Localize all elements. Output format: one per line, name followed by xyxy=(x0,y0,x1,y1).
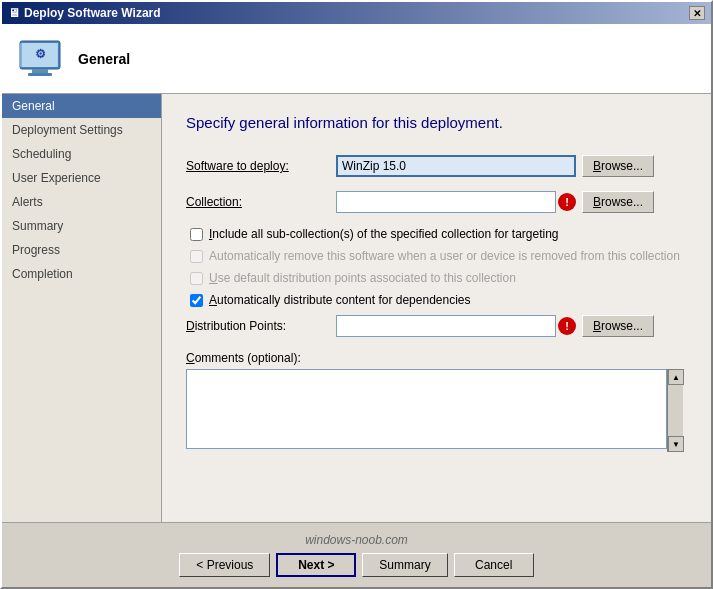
collection-input-group: ! Browse... xyxy=(336,191,654,213)
summary-button[interactable]: Summary xyxy=(362,553,447,577)
sidebar-item-progress[interactable]: Progress xyxy=(2,238,161,262)
footer-area: windows-noob.com < Previous Next > Summa… xyxy=(2,522,711,587)
title-bar-icon: 🖥 xyxy=(8,6,20,20)
header-title: General xyxy=(78,51,130,67)
scroll-down-arrow[interactable]: ▼ xyxy=(668,436,684,452)
header-computer-icon: ⚙ xyxy=(16,35,64,83)
collection-browse-button[interactable]: Browse... xyxy=(582,191,654,213)
previous-button[interactable]: < Previous xyxy=(179,553,270,577)
content-area: General Deployment Settings Scheduling U… xyxy=(2,94,711,522)
software-browse-button[interactable]: Browse... xyxy=(582,155,654,177)
checkbox-row-4: Automatically distribute content for dep… xyxy=(190,293,687,307)
use-default-dist-points-checkbox[interactable] xyxy=(190,272,203,285)
dist-points-label: Distribution Points: xyxy=(186,319,336,333)
sidebar-item-completion[interactable]: Completion xyxy=(2,262,161,286)
auto-remove-checkbox[interactable] xyxy=(190,250,203,263)
sidebar-item-alerts[interactable]: Alerts xyxy=(2,190,161,214)
dist-points-browse-button[interactable]: Browse... xyxy=(582,315,654,337)
title-bar: 🖥 Deploy Software Wizard ✕ xyxy=(2,2,711,24)
comments-wrapper: ▲ ▼ xyxy=(186,369,683,452)
checkbox-row-1: Include all sub-collection(s) of the spe… xyxy=(190,227,687,241)
main-content: Specify general information for this dep… xyxy=(162,94,711,522)
cancel-button[interactable]: Cancel xyxy=(454,553,534,577)
auto-distribute-checkbox[interactable] xyxy=(190,294,203,307)
comments-scrollbar[interactable]: ▲ ▼ xyxy=(667,369,683,452)
auto-distribute-label: Automatically distribute content for dep… xyxy=(209,293,471,307)
include-subcollections-checkbox[interactable] xyxy=(190,228,203,241)
dist-points-row: Distribution Points: ! Browse... xyxy=(186,315,687,337)
comments-section: Comments (optional): ▲ ▼ xyxy=(186,351,687,452)
sidebar: General Deployment Settings Scheduling U… xyxy=(2,94,162,522)
sidebar-item-deployment-settings[interactable]: Deployment Settings xyxy=(2,118,161,142)
checkbox-row-3: Use default distribution points associat… xyxy=(190,271,687,285)
comments-textarea[interactable] xyxy=(186,369,667,449)
svg-rect-3 xyxy=(32,69,48,73)
dist-points-input-group: ! Browse... xyxy=(336,315,654,337)
comments-label: Comments (optional): xyxy=(186,351,687,365)
auto-remove-label: Automatically remove this software when … xyxy=(209,249,680,263)
sidebar-item-summary[interactable]: Summary xyxy=(2,214,161,238)
collection-label: Collection: xyxy=(186,195,336,209)
close-button[interactable]: ✕ xyxy=(689,6,705,20)
use-default-dist-points-label: Use default distribution points associat… xyxy=(209,271,516,285)
checkbox-row-2: Automatically remove this software when … xyxy=(190,249,687,263)
main-title: Specify general information for this dep… xyxy=(186,114,687,131)
software-input[interactable] xyxy=(336,155,576,177)
dist-points-error-icon: ! xyxy=(558,317,576,335)
svg-rect-4 xyxy=(28,73,52,76)
sidebar-item-user-experience[interactable]: User Experience xyxy=(2,166,161,190)
software-row: Software to deploy: Browse... xyxy=(186,155,687,177)
software-label: Software to deploy: xyxy=(186,159,336,173)
title-bar-left: 🖥 Deploy Software Wizard xyxy=(8,6,161,20)
header-area: ⚙ General xyxy=(2,24,711,94)
sidebar-item-scheduling[interactable]: Scheduling xyxy=(2,142,161,166)
collection-error-icon: ! xyxy=(558,193,576,211)
scroll-up-arrow[interactable]: ▲ xyxy=(668,369,684,385)
next-button[interactable]: Next > xyxy=(276,553,356,577)
wizard-window: 🖥 Deploy Software Wizard ✕ ⚙ General Gen… xyxy=(0,0,713,589)
collection-input[interactable] xyxy=(336,191,556,213)
include-subcollections-label: Include all sub-collection(s) of the spe… xyxy=(209,227,559,241)
dist-points-input[interactable] xyxy=(336,315,556,337)
software-input-group: Browse... xyxy=(336,155,654,177)
title-bar-text: Deploy Software Wizard xyxy=(24,6,161,20)
footer-buttons: < Previous Next > Summary Cancel xyxy=(179,553,533,577)
svg-text:⚙: ⚙ xyxy=(35,47,46,61)
watermark: windows-noob.com xyxy=(305,533,408,547)
sidebar-item-general[interactable]: General xyxy=(2,94,161,118)
collection-row: Collection: ! Browse... xyxy=(186,191,687,213)
